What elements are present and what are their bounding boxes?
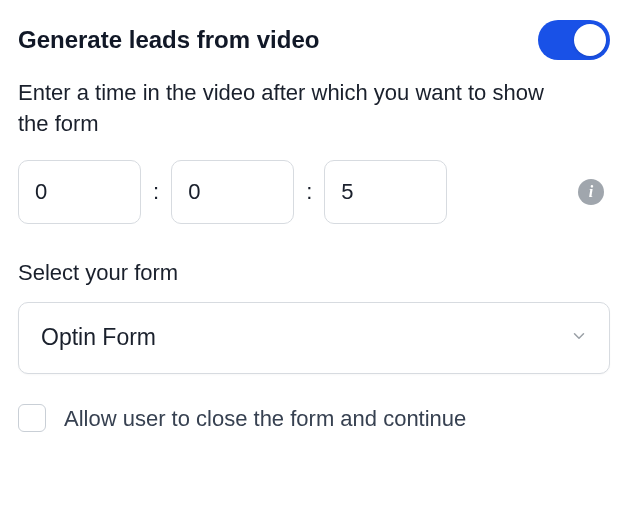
header-row: Generate leads from video (18, 20, 610, 60)
hours-input[interactable] (18, 160, 141, 224)
form-select[interactable]: Optin Form (18, 302, 610, 374)
page-title: Generate leads from video (18, 26, 319, 54)
time-instruction: Enter a time in the video after which yo… (18, 78, 558, 140)
info-icon[interactable]: i (578, 179, 604, 205)
leads-toggle[interactable] (538, 20, 610, 60)
form-select-label: Select your form (18, 260, 610, 286)
time-separator-1: : (151, 179, 161, 205)
allow-close-row: Allow user to close the form and continu… (18, 402, 610, 435)
allow-close-label: Allow user to close the form and continu… (64, 402, 466, 435)
allow-close-checkbox[interactable] (18, 404, 46, 432)
form-select-wrap: Optin Form (18, 302, 610, 374)
minutes-input[interactable] (171, 160, 294, 224)
toggle-knob (574, 24, 606, 56)
time-separator-2: : (304, 179, 314, 205)
time-input-row: : : i (18, 160, 610, 224)
seconds-input[interactable] (324, 160, 447, 224)
form-select-value: Optin Form (41, 324, 156, 351)
